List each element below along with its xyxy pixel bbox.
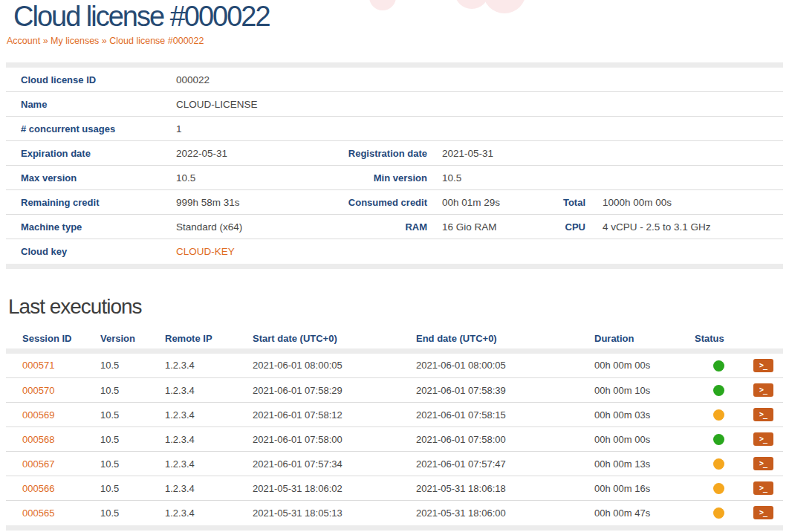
- column-header-end-date-utc-0: End date (UTC+0): [412, 329, 587, 348]
- cell-remote-ip: 1.2.3.4: [161, 427, 249, 452]
- detail-row: NameCLOUD-LICENSE: [6, 92, 783, 117]
- console-button[interactable]: >_: [753, 432, 773, 446]
- cell-end-date: 2021-06-01 07:57:47: [412, 452, 587, 476]
- cell-end-date: 2021-05-31 18:06:18: [412, 476, 587, 501]
- console-button[interactable]: >_: [753, 457, 773, 470]
- cell-session-id: 000568: [6, 427, 97, 452]
- detail-value-ram: 16 Gio RAM: [427, 215, 550, 239]
- status-dot-green: [713, 360, 724, 372]
- detail-value-concurrent-usages: 1: [170, 117, 783, 141]
- detail-label-registration-date: Registration date: [345, 141, 427, 166]
- detail-value-machine-type: Standard (x64): [170, 215, 345, 239]
- detail-label-max-version: Max version: [6, 166, 170, 190]
- cell-start-date: 2021-05-31 18:06:02: [249, 476, 412, 501]
- cell-remote-ip: 1.2.3.4: [161, 501, 249, 525]
- cell-end-date: 2021-05-31 18:06:00: [412, 501, 587, 525]
- breadcrumb: Account » My licenses » Cloud license #0…: [7, 36, 789, 46]
- cell-duration: 00h 00m 00s: [587, 427, 695, 452]
- cell-duration: 00h 00m 10s: [587, 378, 695, 403]
- detail-label-total: Total: [550, 190, 585, 215]
- table-row: 00056910.51.2.3.42021-06-01 07:58:122021…: [6, 403, 783, 427]
- detail-value-remaining-credit: 999h 58m 31s: [170, 190, 345, 215]
- breadcrumb-link-cloud-license-000022[interactable]: Cloud license #000022: [109, 36, 204, 46]
- cell-end-date: 2021-06-01 08:00:05: [412, 354, 587, 378]
- cell-remote-ip: 1.2.3.4: [161, 452, 249, 476]
- cell-status: [695, 476, 743, 501]
- console-button[interactable]: >_: [753, 506, 773, 519]
- cell-end-date: 2021-06-01 07:58:15: [412, 403, 587, 427]
- cell-duration: 00h 00m 03s: [587, 403, 695, 427]
- cell-session-id: 000566: [6, 476, 97, 501]
- detail-value-cloud-license-id: 000022: [170, 68, 783, 92]
- detail-value-min-version: 10.5: [427, 166, 783, 190]
- cell-console: >_: [743, 354, 783, 378]
- cell-version: 10.5: [97, 403, 161, 427]
- console-button[interactable]: >_: [753, 383, 773, 397]
- detail-label-concurrent-usages: # concurrent usages: [6, 117, 170, 141]
- breadcrumb-link-my-licenses[interactable]: My licenses: [51, 36, 99, 46]
- terminal-icon: >_: [759, 484, 767, 492]
- column-header-console: [743, 329, 783, 348]
- table-cap-strip: [6, 62, 783, 68]
- cell-start-date: 2021-06-01 08:00:05: [249, 354, 412, 378]
- cell-duration: 00h 00m 47s: [587, 501, 695, 525]
- column-header-status: Status: [695, 329, 743, 348]
- cell-version: 10.5: [97, 378, 161, 403]
- cell-console: >_: [743, 452, 783, 476]
- session-link[interactable]: 000571: [22, 360, 54, 371]
- detail-label-consumed-credit: Consumed credit: [345, 190, 427, 215]
- page-title: Cloud license #000022: [13, 0, 789, 33]
- cell-session-id: 000570: [6, 378, 97, 403]
- session-link[interactable]: 000570: [22, 385, 54, 396]
- status-dot-orange: [713, 458, 724, 470]
- table-row: 00056610.51.2.3.42021-05-31 18:06:022021…: [6, 476, 783, 501]
- table-cap: [6, 525, 783, 531]
- cell-status: [695, 403, 743, 427]
- detail-label-cloud-license-id: Cloud license ID: [6, 68, 170, 92]
- column-header-session-id: Session ID: [6, 329, 97, 348]
- detail-value-registration-date: 2021-05-31: [427, 141, 783, 166]
- column-header-duration: Duration: [587, 329, 695, 348]
- table-row: 00057010.51.2.3.42021-06-01 07:58:292021…: [6, 378, 783, 403]
- console-button[interactable]: >_: [753, 359, 773, 372]
- cell-end-date: 2021-06-01 07:58:39: [412, 378, 587, 403]
- cell-session-id: 000571: [6, 354, 97, 378]
- session-link[interactable]: 000567: [22, 458, 54, 470]
- session-link[interactable]: 000565: [22, 507, 54, 519]
- session-link[interactable]: 000568: [22, 434, 54, 445]
- terminal-icon: >_: [759, 410, 767, 418]
- cell-status: [695, 452, 743, 476]
- cloud-key-link[interactable]: CLOUD-KEY: [176, 246, 235, 257]
- table-row: 00057110.51.2.3.42021-06-01 08:00:052021…: [6, 354, 783, 378]
- detail-value-name: CLOUD-LICENSE: [170, 92, 783, 117]
- cell-start-date: 2021-06-01 07:58:29: [249, 378, 412, 403]
- cell-remote-ip: 1.2.3.4: [161, 378, 249, 403]
- terminal-icon: >_: [759, 386, 767, 394]
- session-link[interactable]: 000566: [22, 483, 54, 494]
- column-header-version: Version: [97, 329, 161, 348]
- detail-row: Max version10.5Min version10.5: [6, 166, 783, 190]
- cell-status: [695, 427, 743, 452]
- table-row: 00056510.51.2.3.42021-05-31 18:05:132021…: [6, 501, 783, 525]
- table-cap: [6, 62, 783, 68]
- session-link[interactable]: 000569: [22, 409, 54, 421]
- status-dot-green: [713, 385, 724, 396]
- cell-duration: 00h 00m 16s: [587, 476, 695, 501]
- executions-heading: Last executions: [8, 296, 789, 319]
- detail-label-remaining-credit: Remaining credit: [6, 190, 170, 215]
- table-cap-strip: [6, 348, 783, 354]
- console-button[interactable]: >_: [753, 408, 773, 421]
- status-dot-orange: [713, 409, 724, 421]
- column-header-start-date-utc-0: Start date (UTC+0): [249, 329, 412, 348]
- detail-value-total: 1000h 00m 00s: [585, 190, 783, 215]
- console-button[interactable]: >_: [753, 481, 773, 495]
- detail-row: Cloud license ID000022: [6, 68, 783, 92]
- status-dot-orange: [713, 507, 724, 519]
- breadcrumb-link-account[interactable]: Account: [7, 36, 40, 46]
- license-details-table: Cloud license ID000022NameCLOUD-LICENSE#…: [6, 62, 783, 269]
- cell-start-date: 2021-06-01 07:58:00: [249, 427, 412, 452]
- cell-version: 10.5: [97, 501, 161, 525]
- cell-status: [695, 501, 743, 525]
- cell-start-date: 2021-06-01 07:58:12: [249, 403, 412, 427]
- breadcrumb-separator: »: [99, 36, 109, 46]
